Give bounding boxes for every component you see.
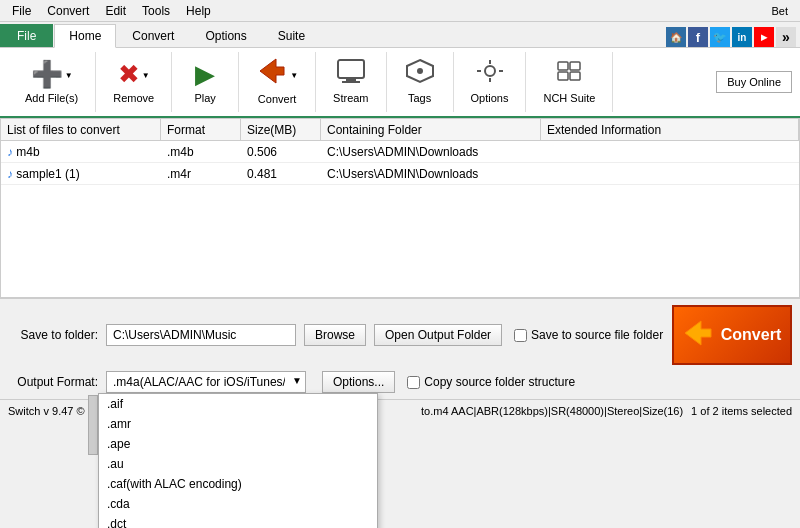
stream-label: Stream [333, 92, 368, 104]
file-folder-0: C:\Users\ADMIN\Downloads [321, 143, 541, 161]
remove-split-arrow[interactable]: ▼ [142, 71, 150, 80]
svg-rect-1 [338, 60, 364, 78]
dropdown-item-cda[interactable]: .cda [99, 494, 377, 514]
header-ext: Extended Information [541, 119, 799, 140]
play-button[interactable]: ▶ Play [180, 52, 230, 110]
copy-source-group: Copy source folder structure [407, 375, 575, 389]
tags-label: Tags [408, 92, 431, 104]
nch-suite-button[interactable]: NCH Suite [534, 52, 604, 110]
dropdown-list: .aif .amr .ape .au .caf(with ALAC encodi… [98, 393, 378, 528]
ribbon: ➕ ▼ Add File(s) ✖ ▼ Remove ▶ Play [0, 48, 800, 118]
svg-rect-12 [570, 62, 580, 70]
menu-help[interactable]: Help [178, 2, 219, 20]
ribbon-group-nch: NCH Suite [526, 52, 613, 112]
table-row[interactable]: ♪ sample1 (1) .m4r 0.481 C:\Users\ADMIN\… [1, 163, 799, 185]
svg-point-5 [417, 68, 423, 74]
copy-source-checkbox[interactable] [407, 376, 420, 389]
header-name: List of files to convert [1, 119, 161, 140]
facebook-icon[interactable]: f [688, 27, 708, 47]
copy-source-label: Copy source folder structure [424, 375, 575, 389]
save-to-source-checkbox[interactable] [514, 329, 527, 342]
convert-split-arrow[interactable]: ▼ [290, 71, 298, 80]
bottom-section: Save to folder: Browse Open Output Folde… [0, 298, 800, 399]
dropdown-item-caf[interactable]: .caf(with ALAC encoding) [99, 474, 377, 494]
file-size-1: 0.481 [241, 165, 321, 183]
folder-path-input[interactable] [106, 324, 296, 346]
add-split-arrow[interactable]: ▼ [65, 71, 73, 80]
remove-icon: ✖ [118, 59, 140, 90]
file-ext-1 [541, 172, 799, 176]
format-select-wrapper: .m4a(ALAC/AAC for iOS/iTunes/DSi) ▼ [106, 371, 306, 393]
play-label: Play [194, 92, 215, 104]
menu-edit[interactable]: Edit [97, 2, 134, 20]
svg-rect-13 [558, 72, 568, 80]
open-output-folder-button[interactable]: Open Output Folder [374, 324, 502, 346]
browse-button[interactable]: Browse [304, 324, 366, 346]
tab-suite[interactable]: Suite [263, 24, 320, 47]
tab-home[interactable]: Home [54, 24, 116, 48]
save-to-folder-label: Save to folder: [8, 328, 98, 342]
ribbon-group-stream: Stream [316, 52, 386, 112]
nch-suite-label: NCH Suite [543, 92, 595, 104]
app-title: Bet [763, 3, 796, 19]
table-row[interactable]: ♪ m4b .m4b 0.506 C:\Users\ADMIN\Download… [1, 141, 799, 163]
format-row: Output Format: .m4a(ALAC/AAC for iOS/iTu… [8, 371, 792, 393]
convert-big-button[interactable]: Convert [672, 305, 792, 365]
remove-label: Remove [113, 92, 154, 104]
linkedin-icon[interactable]: in [732, 27, 752, 47]
dropdown-item-amr[interactable]: .amr [99, 414, 377, 434]
play-icon: ▶ [195, 59, 215, 90]
dropdown-item-dct[interactable]: .dct [99, 514, 377, 528]
file-size-0: 0.506 [241, 143, 321, 161]
tab-options[interactable]: Options [190, 24, 261, 47]
tab-convert[interactable]: Convert [117, 24, 189, 47]
file-folder-1: C:\Users\ADMIN\Downloads [321, 165, 541, 183]
options-button[interactable]: Options [462, 52, 518, 110]
remove-button[interactable]: ✖ ▼ Remove [104, 52, 163, 110]
format-select[interactable]: .m4a(ALAC/AAC for iOS/iTunes/DSi) [106, 371, 306, 393]
ribbon-group-convert: ▼ Convert [239, 52, 316, 112]
ribbon-group-add: ➕ ▼ Add File(s) [8, 52, 96, 112]
add-files-button[interactable]: ➕ ▼ Add File(s) [16, 52, 87, 110]
youtube-icon[interactable]: ▶ [754, 27, 774, 47]
buy-online-button[interactable]: Buy Online [716, 71, 792, 93]
save-to-source-group: Save to source file folder [514, 328, 663, 342]
svg-rect-14 [570, 72, 580, 80]
file-list-header: List of files to convert Format Size(MB)… [1, 119, 799, 141]
dropdown-item-au[interactable]: .au [99, 454, 377, 474]
file-format-1: .m4r [161, 165, 241, 183]
stream-button[interactable]: Stream [324, 52, 377, 110]
convert-arrow-icon [683, 319, 713, 351]
file-name-1: ♪ sample1 (1) [1, 165, 161, 183]
ribbon-right: Buy Online [716, 71, 792, 93]
social-icons: 🏠 f 🐦 in ▶ » [666, 27, 796, 47]
save-folder-row: Save to folder: Browse Open Output Folde… [8, 305, 792, 365]
more-icon[interactable]: » [776, 27, 796, 47]
file-name-0: ♪ m4b [1, 143, 161, 161]
status-right: 1 of 2 items selected [691, 405, 792, 417]
header-size: Size(MB) [241, 119, 321, 140]
tab-file[interactable]: File [0, 24, 53, 47]
menu-file[interactable]: File [4, 2, 39, 20]
twitter-icon[interactable]: 🐦 [710, 27, 730, 47]
menu-tools[interactable]: Tools [134, 2, 178, 20]
status-middle: to.m4 AAC|ABR(128kbps)|SR(48000)|Stereo|… [421, 405, 683, 417]
convert-icon [256, 57, 288, 91]
ribbon-group-tags: Tags [387, 52, 454, 112]
home-icon[interactable]: 🏠 [666, 27, 686, 47]
menu-convert[interactable]: Convert [39, 2, 97, 20]
svg-marker-0 [260, 59, 284, 83]
add-icon: ➕ [31, 59, 63, 90]
file-icon-1: ♪ [7, 167, 13, 181]
options-label: Options [471, 92, 509, 104]
stream-icon [336, 58, 366, 90]
save-to-source-label: Save to source file folder [531, 328, 663, 342]
options-icon [475, 58, 505, 90]
convert-button[interactable]: ▼ Convert [247, 52, 307, 110]
tags-button[interactable]: Tags [395, 52, 445, 110]
dropdown-item-ape[interactable]: .ape [99, 434, 377, 454]
format-options-button[interactable]: Options... [322, 371, 395, 393]
file-list-area: List of files to convert Format Size(MB)… [0, 118, 800, 298]
svg-rect-11 [558, 62, 568, 70]
dropdown-item-aif[interactable]: .aif [99, 394, 377, 414]
